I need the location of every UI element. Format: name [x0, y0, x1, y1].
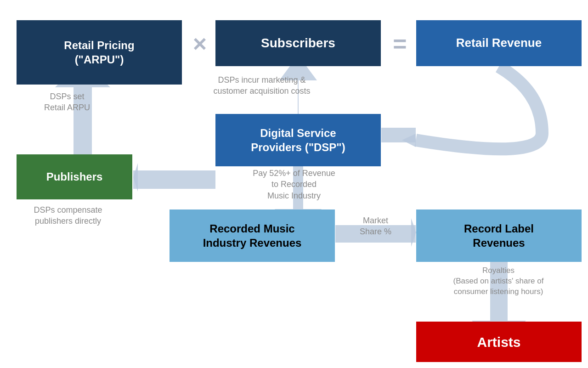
diagram: Retail Pricing("ARPU") × Subscribers = R…	[0, 0, 588, 368]
publishers-box: Publishers	[17, 154, 132, 199]
retail-revenue-box: Retail Revenue	[416, 20, 582, 66]
pay-52-label: Pay 52%+ of Revenueto RecordedMusic Indu…	[225, 168, 363, 201]
dsps-marketing-label: DSPs incur marketing &customer acquisiti…	[184, 74, 340, 97]
recorded-music-label: Recorded MusicIndustry Revenues	[203, 221, 302, 250]
svg-marker-10	[133, 163, 138, 192]
svg-marker-6	[381, 123, 416, 142]
retail-pricing-label: Retail Pricing("ARPU")	[64, 38, 134, 67]
dsps-set-arpu-label: DSPs setRetail ARPU	[17, 91, 118, 113]
artists-label: Artists	[477, 333, 520, 351]
dsps-compensate-label: DSPs compensatepublishers directly	[13, 204, 123, 227]
artists-box: Artists	[416, 322, 582, 362]
svg-marker-12	[411, 218, 416, 247]
retail-revenue-label: Retail Revenue	[456, 35, 542, 51]
equals-operator: =	[383, 25, 417, 62]
svg-marker-7	[402, 134, 416, 147]
multiply-operator: ×	[184, 25, 216, 62]
record-label-label: Record LabelRevenues	[464, 221, 534, 250]
svg-marker-9	[133, 170, 215, 189]
subscribers-box: Subscribers	[215, 20, 381, 66]
publishers-label: Publishers	[46, 170, 103, 184]
royalties-label: Royalties(Based on artists' share ofcons…	[427, 266, 570, 297]
dsp-label: Digital ServiceProviders ("DSP")	[251, 126, 345, 154]
recorded-music-box: Recorded MusicIndustry Revenues	[170, 209, 335, 262]
retail-pricing-box: Retail Pricing("ARPU")	[17, 20, 182, 85]
dsp-box: Digital ServiceProviders ("DSP")	[215, 114, 381, 166]
market-share-label: MarketShare %	[340, 215, 411, 238]
subscribers-label: Subscribers	[261, 35, 335, 51]
record-label-box: Record LabelRevenues	[416, 209, 582, 262]
